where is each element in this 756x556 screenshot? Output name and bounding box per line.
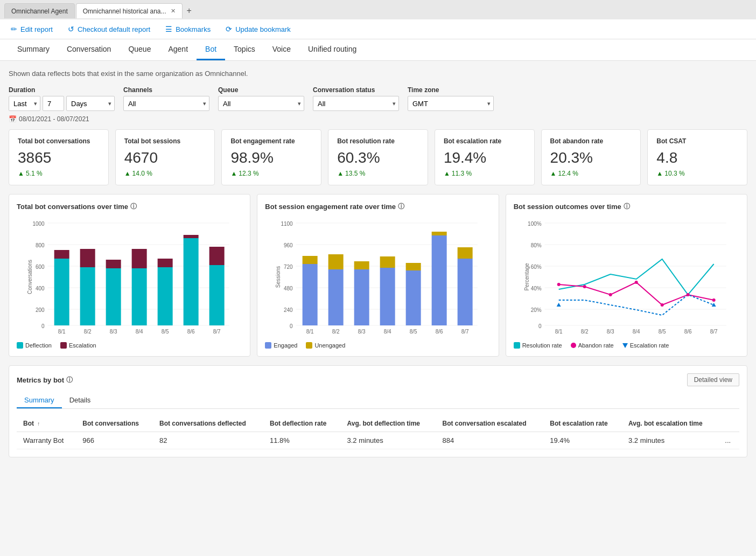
nav-tab-queue[interactable]: Queue [120,39,159,60]
unengaged-color [306,342,312,349]
legend-resolution-rate: Resolution rate [514,342,562,349]
dot [634,281,638,284]
duration-controls: Last Days [9,96,115,111]
svg-text:Day: Day [627,336,636,336]
kpi-row: Total bot conversations 3865 ▲ 5.1 % Tot… [9,129,747,185]
chart-title-text: Total bot conversations over time [17,203,128,211]
kpi-change-value: 5.1 % [26,170,43,177]
svg-text:20%: 20% [530,307,541,313]
kpi-change: ▲ 10.3 % [656,170,738,177]
svg-text:720: 720 [284,264,293,270]
bar-unengaged [432,232,447,235]
bar-engaged [354,269,369,325]
info-icon[interactable]: ⓘ [66,376,73,385]
chart-legend: Engaged Unengaged [265,342,491,349]
info-icon[interactable]: ⓘ [398,202,404,211]
queue-select[interactable]: All [218,96,304,111]
calendar-icon: 📅 [9,115,17,123]
engaged-color [265,342,271,349]
checkout-default-button[interactable]: ↺ Checkout default report [66,24,152,34]
chart-svg: 100% 80% 60% 40% 20% 0 Percentage [514,218,739,336]
channels-select[interactable]: All [123,96,209,111]
svg-text:200: 200 [36,307,45,313]
nav-tabs: Summary Conversation Queue Agent Bot Top… [0,39,756,61]
cell-bot: Warranty Bot [17,432,76,449]
kpi-title: Total bot conversations [18,137,100,145]
bar-unengaged [380,256,395,268]
svg-text:0: 0 [41,323,45,329]
metrics-header: Metrics by bot ⓘ Detailed view [17,373,739,386]
table-header-row: Bot ↑ Bot conversations Bot conversation… [17,415,739,432]
table-row: Warranty Bot 966 82 11.8% 3.2 minutes 88… [17,432,739,449]
info-icon[interactable]: ⓘ [130,202,137,211]
svg-text:8/3: 8/3 [110,329,117,335]
svg-text:Day: Day [379,336,388,336]
conversation-status-filter: Conversation status All [313,86,399,111]
svg-text:8/1: 8/1 [306,329,314,335]
update-bookmark-button[interactable]: ⟳ Update bookmark [223,24,293,34]
nav-tab-bot[interactable]: Bot [197,39,225,60]
cell-avg-bot-escalation-time: 3.2 minutes [622,432,718,449]
duration-unit-select[interactable]: Days [66,96,115,111]
kpi-bot-resolution-rate: Bot resolution rate 60.3% ▲ 13.5 % [328,129,428,185]
kpi-value: 4.8 [656,149,738,166]
svg-text:600: 600 [36,264,45,270]
bar-engaged [328,269,344,325]
svg-text:8/4: 8/4 [136,329,143,335]
legend-abandon-rate: Abandon rate [571,342,614,349]
close-tab-icon[interactable]: ✕ [171,8,176,15]
nav-tab-voice[interactable]: Voice [264,39,299,60]
sort-icon[interactable]: ↑ [37,421,40,427]
queue-filter: Queue All [218,86,304,111]
detailed-view-button[interactable]: Detailed view [687,373,739,386]
kpi-title: Bot CSAT [656,137,738,145]
timezone-select[interactable]: GMT [408,96,494,111]
dot [660,303,663,307]
nav-tab-agent[interactable]: Agent [159,39,197,60]
cell-bot-conversation-escalated: 884 [436,432,544,449]
bar-escalation [132,249,147,268]
kpi-title: Bot resolution rate [337,137,419,145]
bookmarks-button[interactable]: ☰ Bookmarks [163,24,213,34]
bar-escalation [158,259,173,267]
svg-text:8/3: 8/3 [606,329,614,335]
resolution-rate-label: Resolution rate [522,342,562,349]
chart-svg: 1000 800 600 400 200 0 Conversations [17,218,242,336]
bar-deflection [80,267,95,325]
svg-text:60%: 60% [530,264,541,270]
add-tab-button[interactable]: + [184,6,195,16]
kpi-title: Bot escalation rate [444,137,526,145]
nav-tab-conversation[interactable]: Conversation [58,39,120,60]
nav-tab-topics[interactable]: Topics [225,39,264,60]
edit-report-button[interactable]: ✏ Edit report [9,24,55,34]
svg-text:8/5: 8/5 [162,329,169,335]
conversation-status-select[interactable]: All [313,96,399,111]
info-icon[interactable]: ⓘ [624,202,630,211]
svg-text:8/1: 8/1 [58,329,66,335]
kpi-change-value: 12.4 % [558,170,578,177]
queue-label: Queue [218,86,304,94]
nav-tab-unified-routing[interactable]: Unified routing [299,39,365,60]
kpi-total-bot-sessions: Total bot sessions 4670 ▲ 14.0 % [115,129,215,185]
tab-omnichannel-agent[interactable]: Omnichannel Agent [4,3,75,18]
col-bot-conversations-deflected: Bot conversations deflected [153,415,263,432]
duration-value-input[interactable] [43,96,64,111]
update-bookmark-label: Update bookmark [235,25,291,33]
checkout-label: Checkout default report [78,25,150,33]
nav-tab-summary[interactable]: Summary [9,39,58,60]
dot [712,298,715,302]
up-arrow-icon: ▲ [230,170,237,177]
svg-text:8/2: 8/2 [332,329,340,335]
sub-tab-details[interactable]: Details [62,393,99,408]
chart-session-outcomes: Bot session outcomes over time ⓘ 100% 80… [506,194,747,357]
bar-engaged [303,264,318,325]
table-header: Bot ↑ Bot conversations Bot conversation… [17,415,739,432]
bar-deflection [184,238,199,325]
bar-deflection [158,267,173,325]
duration-type-select[interactable]: Last [9,96,40,111]
svg-text:Day: Day [130,336,140,336]
sub-tab-summary[interactable]: Summary [17,393,62,408]
kpi-change: ▲ 14.0 % [124,170,206,177]
tab-omnichannel-historical[interactable]: Omnichannel historical ana... ✕ [76,3,183,18]
bar-escalation [54,250,69,259]
